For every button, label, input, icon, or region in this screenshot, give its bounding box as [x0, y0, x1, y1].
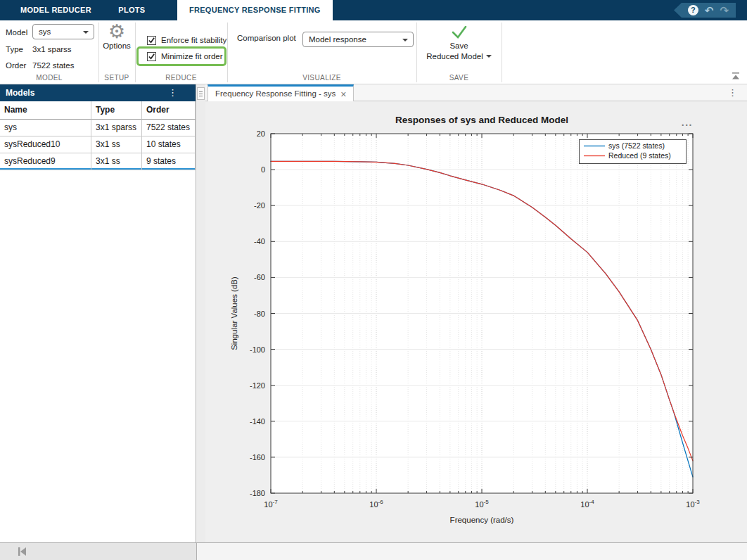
- models-table-header: NameTypeOrder: [0, 101, 196, 120]
- options-button[interactable]: ⚙ Options: [98, 23, 135, 50]
- help-icon[interactable]: ?: [688, 5, 698, 15]
- ribbon-section-save: Save Reduced Model SAVE: [416, 20, 502, 84]
- x-axis-label: Frequency (rad/s): [450, 516, 514, 524]
- save-checkmark-icon: [450, 24, 468, 39]
- undo-icon[interactable]: ↶: [705, 5, 714, 15]
- svg-text:10-7: 10-7: [264, 499, 278, 509]
- enforce-fit-stability-checkbox[interactable]: Enforce fit stability: [142, 35, 226, 45]
- section-label-save: SAVE: [416, 74, 502, 82]
- model-dropdown[interactable]: sys: [32, 24, 94, 39]
- ribbon-section-setup: ⚙ Options SETUP: [98, 20, 135, 84]
- ribbon-section-model: Model sys Type 3x1 sparss Order 7522 sta…: [0, 20, 98, 84]
- toolstrip-tab-bar: MODEL REDUCER PLOTS FREQUENCY RESPONSE F…: [0, 0, 747, 20]
- order-label: Order: [6, 61, 26, 70]
- ribbon-section-visualize: Comparison plot Model response VISUALIZE: [227, 20, 416, 84]
- ribbon-separator: [502, 23, 502, 82]
- column-header: Name: [0, 101, 91, 120]
- table-cell[interactable]: 7522 states: [142, 120, 196, 136]
- options-label: Options: [103, 42, 131, 50]
- table-cell[interactable]: sysReduced9: [0, 153, 91, 170]
- status-bar: [0, 542, 747, 560]
- singular-values-chart[interactable]: 200-20-40-60-80-100-120-140-160-18010-71…: [205, 101, 747, 542]
- legend-entry: Reduced (9 states): [608, 151, 671, 160]
- quick-access-toolbar: ? ↶ ↷: [674, 3, 736, 18]
- minimize-fit-order-label: Minimize fit order: [161, 52, 223, 61]
- svg-text:10-3: 10-3: [686, 499, 700, 509]
- type-label: Type: [6, 45, 23, 53]
- type-value: 3x1 sparss: [32, 45, 72, 53]
- column-header: Type: [91, 101, 142, 120]
- chart-title: Responses of sys and Reduced Model: [395, 115, 568, 125]
- svg-text:10-5: 10-5: [475, 499, 489, 509]
- models-panel-header: Models ⋮: [0, 84, 196, 101]
- enforce-fit-stability-label: Enforce fit stability: [161, 36, 226, 44]
- gear-icon: ⚙: [108, 21, 125, 42]
- model-label: Model: [6, 28, 27, 37]
- svg-text:-140: -140: [250, 417, 265, 426]
- table-cell[interactable]: sys: [0, 120, 91, 136]
- svg-text:-60: -60: [254, 273, 265, 281]
- save-label-line2: Reduced Model: [426, 52, 483, 61]
- chevron-down-icon: [402, 39, 408, 42]
- y-axis-label: Singular Values (dB): [230, 276, 238, 350]
- table-cell[interactable]: 3x1 sparss: [91, 120, 142, 136]
- ribbon-section-reduce: Enforce fit stability Minimize fit order…: [135, 20, 227, 84]
- checkbox-checked-icon: [147, 52, 156, 61]
- minimize-fit-order-checkbox[interactable]: Minimize fit order: [142, 51, 223, 61]
- panel-menu-icon[interactable]: ⋮: [168, 84, 177, 101]
- splitter-handle-icon[interactable]: [197, 87, 205, 100]
- chart-legend: sys (7522 states)Reduced (9 states): [580, 140, 687, 164]
- models-panel: Models ⋮ NameTypeOrdersys3x1 sparss7522 …: [0, 84, 196, 542]
- table-cell[interactable]: 3x1 ss: [91, 153, 142, 170]
- document-tab-strip: Frequency Response Fitting - sys × ⋮: [205, 84, 747, 101]
- svg-text:-120: -120: [250, 381, 265, 390]
- chevron-down-icon: [83, 31, 89, 34]
- chevron-down-icon: [486, 55, 492, 58]
- table-row[interactable]: sys3x1 sparss7522 states: [0, 120, 196, 136]
- save-reduced-model-button[interactable]: Save Reduced Model: [416, 24, 502, 62]
- tab-frequency-response-fitting[interactable]: FREQUENCY RESPONSE FITTING: [177, 0, 333, 20]
- tab-plots[interactable]: PLOTS: [106, 0, 157, 20]
- figure-container: 200-20-40-60-80-100-120-140-160-18010-71…: [205, 101, 747, 542]
- collapse-ribbon-icon[interactable]: [730, 72, 741, 80]
- tab-overflow-icon[interactable]: ⋮: [728, 84, 737, 101]
- svg-text:-100: -100: [250, 345, 265, 354]
- document-area: Frequency Response Fitting - sys × ⋮ 200…: [205, 84, 747, 542]
- section-label-setup: SETUP: [98, 74, 135, 82]
- svg-text:-180: -180: [250, 489, 265, 497]
- close-icon[interactable]: ×: [340, 89, 346, 99]
- order-value: 7522 states: [32, 61, 74, 70]
- models-table: NameTypeOrdersys3x1 sparss7522 statessys…: [0, 101, 196, 170]
- redo-icon[interactable]: ↷: [720, 5, 729, 15]
- table-cell[interactable]: 3x1 ss: [91, 136, 142, 153]
- svg-text:20: 20: [257, 129, 265, 138]
- table-cell[interactable]: 10 states: [142, 136, 196, 153]
- section-label-visualize: VISUALIZE: [227, 74, 416, 82]
- document-tab-active[interactable]: Frequency Response Fitting - sys ×: [208, 84, 354, 101]
- section-label-model: MODEL: [0, 74, 98, 82]
- table-cell[interactable]: 9 states: [142, 153, 196, 170]
- panel-splitter[interactable]: [197, 84, 205, 542]
- table-row[interactable]: sysReduced93x1 ss9 states: [0, 153, 196, 170]
- document-tab-title: Frequency Response Fitting - sys: [215, 87, 336, 101]
- svg-text:10-4: 10-4: [580, 499, 594, 509]
- tab-model-reducer[interactable]: MODEL REDUCER: [8, 0, 103, 20]
- collapse-panel-icon[interactable]: [15, 546, 28, 557]
- save-label-line1: Save: [449, 42, 468, 50]
- comparison-plot-dropdown[interactable]: Model response: [302, 32, 414, 47]
- comparison-plot-label: Comparison plot: [237, 34, 296, 42]
- svg-text:0: 0: [261, 165, 265, 174]
- axes-toolbar-icon[interactable]: ...: [682, 117, 693, 128]
- table-cell[interactable]: sysReduced10: [0, 136, 91, 153]
- column-header: Order: [142, 101, 196, 120]
- svg-text:-160: -160: [250, 453, 265, 462]
- svg-text:10-6: 10-6: [369, 499, 383, 509]
- table-row[interactable]: sysReduced103x1 ss10 states: [0, 136, 196, 153]
- comparison-plot-value: Model response: [309, 35, 366, 44]
- model-dropdown-value: sys: [39, 27, 51, 36]
- models-panel-title: Models: [6, 88, 34, 98]
- status-bar-left: [0, 543, 197, 560]
- section-label-reduce: REDUCE: [135, 74, 227, 82]
- main-area: Models ⋮ NameTypeOrdersys3x1 sparss7522 …: [0, 84, 747, 542]
- ribbon: Model sys Type 3x1 sparss Order 7522 sta…: [0, 20, 747, 84]
